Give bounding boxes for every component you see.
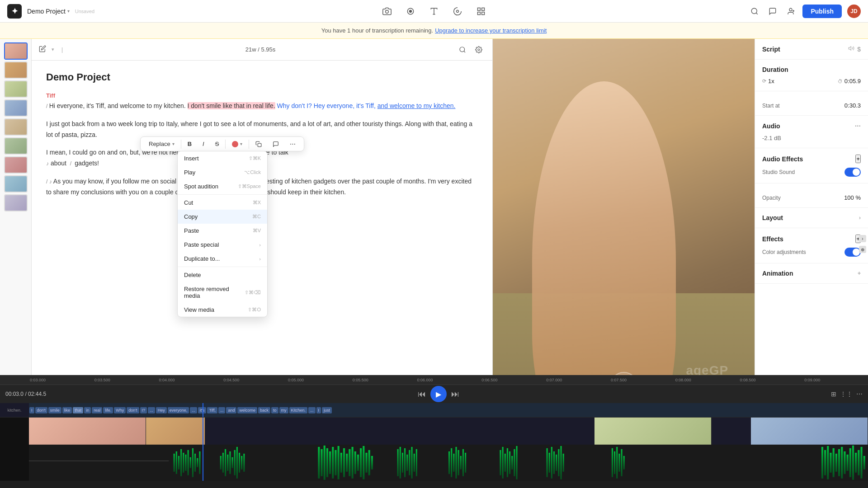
tl-play-button[interactable]: ▶: [430, 386, 447, 402]
thumbnail-6[interactable]: [4, 137, 28, 155]
thumbnail-9[interactable]: [4, 194, 28, 211]
panel-animation-header[interactable]: Animation +: [762, 270, 861, 277]
grid-icon[interactable]: [475, 5, 487, 18]
bold-button[interactable]: B: [183, 139, 196, 149]
thumbnail-7[interactable]: [4, 156, 28, 174]
toolbar-divider: [181, 140, 181, 149]
studio-sound-toggle[interactable]: [844, 168, 861, 177]
upgrade-link[interactable]: Upgrade to increase your transcription l…: [435, 27, 547, 34]
collapse-right-icon[interactable]: ›: [859, 235, 866, 242]
italic-button[interactable]: I: [198, 139, 209, 149]
menu-item-copy[interactable]: Copy ⌘C: [178, 210, 267, 224]
menu-item-paste-special[interactable]: Paste special ›: [178, 238, 267, 252]
duration-speed[interactable]: ⟳ 1x: [762, 78, 774, 84]
script-dollar-icon[interactable]: $: [857, 46, 861, 53]
comment-button[interactable]: [268, 139, 283, 149]
waveform-playhead: [203, 445, 203, 481]
svg-point-12: [789, 8, 792, 11]
menu-item-insert[interactable]: Insert ⇧⌘K: [178, 151, 267, 165]
thumbnail-5[interactable]: [4, 118, 28, 136]
svg-rect-8: [478, 12, 481, 14]
word-ellipsis4: ...: [308, 407, 316, 413]
svg-rect-48: [329, 451, 331, 474]
tl-thumb-1: [29, 418, 146, 445]
tl-skip-forward-button[interactable]: ⏭: [451, 389, 459, 399]
duration-value[interactable]: ⏱ 0:05.9: [838, 78, 861, 84]
audio-more-icon[interactable]: ···: [855, 122, 861, 130]
thumbnail-4[interactable]: [4, 99, 28, 117]
edit-icon[interactable]: [39, 45, 46, 54]
replace-button[interactable]: Replace ▾: [144, 139, 179, 149]
thumbnail-8[interactable]: [4, 175, 28, 192]
panel-audio-header[interactable]: Audio ···: [762, 122, 861, 130]
paragraph-1[interactable]: / Hi everyone, it's Tiff, and welcome to…: [46, 101, 478, 112]
svg-rect-72: [416, 449, 417, 476]
menu-item-delete[interactable]: Delete: [178, 268, 267, 282]
svg-rect-82: [502, 447, 504, 479]
tl-thumb-3: [594, 418, 712, 445]
menu-item-duplicate[interactable]: Duplicate to... ›: [178, 252, 267, 266]
tl-fit-icon[interactable]: ⊞: [831, 390, 836, 398]
expand-right-icon[interactable]: ⊕: [859, 246, 866, 253]
menu-item-cut[interactable]: Cut ⌘X: [178, 196, 267, 210]
menu-item-restore[interactable]: Restore removed media ⇧⌘⌫: [178, 282, 267, 303]
panel-script-header[interactable]: Script $: [762, 45, 861, 53]
shapes-icon[interactable]: [451, 5, 464, 18]
svg-rect-89: [547, 448, 548, 477]
publish-button[interactable]: Publish: [802, 5, 842, 18]
svg-rect-112: [847, 455, 849, 471]
editor-toolbar: ▾ | 21w / 5.95s: [32, 39, 492, 61]
menu-item-paste[interactable]: Paste ⌘V: [178, 224, 267, 238]
camera-icon[interactable]: [381, 5, 393, 18]
panel-effects-header[interactable]: Effects +: [762, 235, 861, 243]
tl-skip-back-button[interactable]: ⏮: [418, 389, 426, 399]
search-editor-icon[interactable]: [456, 43, 469, 56]
thumbnail-track: [0, 418, 868, 445]
project-name[interactable]: Demo Project ▾: [27, 8, 70, 15]
menu-item-spot-audition[interactable]: Spot audition ⇧⌘Space: [178, 179, 267, 193]
record-icon[interactable]: [404, 5, 417, 18]
strikethrough-button[interactable]: S: [211, 139, 224, 149]
panel-audio-effects-header[interactable]: Audio Effects +: [762, 155, 861, 163]
color-adj-toggle[interactable]: [844, 248, 861, 257]
svg-rect-37: [229, 451, 231, 474]
settings-editor-icon[interactable]: [472, 43, 485, 56]
start-at-row: Start at 0:30.3: [762, 102, 861, 109]
text-icon[interactable]: [428, 5, 440, 18]
menu-item-view-media[interactable]: View media ⇧⌘O: [178, 303, 267, 317]
tl-right-controls: ⊞ ⋮⋮ ⋯: [831, 390, 863, 398]
right-actions: Publish JD: [748, 5, 861, 18]
panel-duration-header: Duration: [762, 66, 861, 73]
svg-rect-52: [340, 453, 342, 473]
add-audio-effect-button[interactable]: +: [855, 155, 861, 163]
tl-settings-icon[interactable]: ⋮⋮: [840, 390, 853, 398]
word-dont: don't: [35, 407, 47, 413]
panel-layout-header[interactable]: Layout ›: [762, 214, 861, 221]
search-icon[interactable]: [748, 5, 761, 18]
thumbnail-3[interactable]: [4, 80, 28, 98]
color-button[interactable]: ▾: [227, 139, 247, 149]
more-options-button[interactable]: ⋯: [285, 139, 300, 149]
copy-format-button[interactable]: [251, 139, 266, 149]
menu-item-play[interactable]: Play ⌥Click: [178, 165, 267, 179]
word-dont2: don't: [127, 407, 139, 413]
svg-rect-36: [227, 455, 228, 471]
script-audio-icon[interactable]: [848, 45, 854, 53]
panel-opacity: Opacity 100 %: [755, 183, 868, 208]
svg-point-5: [457, 10, 459, 12]
tl-more-icon[interactable]: ⋯: [856, 390, 863, 398]
chat-icon[interactable]: [766, 5, 779, 18]
svg-rect-65: [400, 447, 401, 479]
thumbnail-1[interactable]: [4, 42, 28, 60]
dropdown-icon[interactable]: ▾: [52, 47, 54, 52]
svg-rect-77: [458, 450, 459, 475]
user-plus-icon[interactable]: [784, 5, 797, 18]
svg-rect-9: [482, 12, 485, 14]
marker-1: 0:03.000: [29, 378, 94, 382]
banner-text: You have 1 hour of transcription remaini…: [321, 27, 433, 34]
svg-rect-25: [183, 453, 184, 473]
marker-4: 0:04.500: [222, 378, 287, 382]
svg-rect-53: [343, 448, 345, 477]
avatar[interactable]: JD: [847, 5, 861, 18]
thumbnail-2[interactable]: [4, 61, 28, 79]
